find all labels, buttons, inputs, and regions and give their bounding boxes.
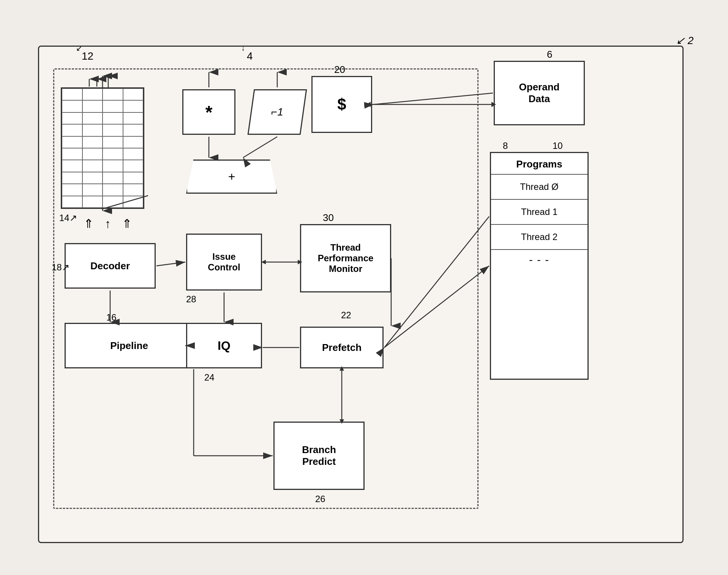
reg-cell <box>62 184 82 196</box>
register-grid <box>61 87 144 209</box>
label-16: 16 <box>106 312 117 323</box>
multiply-box: * <box>182 89 235 135</box>
reg-cell <box>103 172 123 184</box>
reg-cell <box>62 148 82 160</box>
reg-cell <box>62 100 82 112</box>
label-6: 6 <box>547 49 552 60</box>
label-12-line: ↙ <box>76 44 82 53</box>
diagram-container: ↙ 2 4 ↓ 12 ↙ <box>23 23 699 554</box>
reg-cell <box>123 196 144 208</box>
reg-cell <box>123 124 144 136</box>
reg-cell <box>62 136 82 148</box>
programs-outer-box: Programs Thread Ø Thread 1 Thread 2 - - … <box>490 152 589 380</box>
operand-data-box: Operand Data <box>494 61 585 125</box>
reg-cell <box>82 88 103 100</box>
reg-cell <box>62 88 82 100</box>
reg-cell <box>103 148 123 160</box>
reg-cell <box>82 148 103 160</box>
reg-cell <box>103 88 123 100</box>
thread-2-row: Thread 2 <box>491 225 587 250</box>
label-4-arrow: ↓ <box>241 44 245 52</box>
reg-cell <box>82 196 103 208</box>
label-26: 26 <box>315 494 325 504</box>
branch-predict-box: Branch Predict <box>273 422 365 490</box>
reg-cell <box>123 172 144 184</box>
triple-input-arrows: ⇑ ↑ ⇑ <box>84 216 136 231</box>
issue-control-box: Issue Control <box>186 234 262 291</box>
reg-cell <box>123 148 144 160</box>
reg-cell <box>82 100 103 112</box>
label-24: 24 <box>204 372 215 383</box>
reg-cell <box>103 100 123 112</box>
reg-cell <box>62 112 82 124</box>
label-4: 4 <box>247 50 253 62</box>
label-12: 12 <box>82 50 93 62</box>
iq-box: IQ <box>186 323 262 368</box>
reg-cell <box>82 172 103 184</box>
thread-0-row: Thread Ø <box>491 175 587 200</box>
reg-cell <box>82 124 103 136</box>
add-box: + <box>186 160 277 194</box>
reg-cell <box>62 172 82 184</box>
reg-cell <box>62 124 82 136</box>
label-30: 30 <box>323 212 334 224</box>
reg-cell <box>82 160 103 172</box>
reg-cell <box>123 112 144 124</box>
pipeline-box: Pipeline <box>65 323 194 368</box>
thread-1-row: Thread 1 <box>491 200 587 225</box>
reg-cell <box>103 136 123 148</box>
register-grid-inner <box>62 88 143 208</box>
label-28: 28 <box>186 294 196 305</box>
label-8: 8 <box>503 141 508 151</box>
label-22: 22 <box>341 310 351 321</box>
shift-box: ⌐1 <box>248 89 307 135</box>
reg-cell <box>82 184 103 196</box>
label-2: ↙ 2 <box>676 34 693 47</box>
label-14: 14↗ <box>59 213 77 223</box>
label-10: 10 <box>553 141 563 151</box>
reg-cell <box>62 196 82 208</box>
prefetch-box: Prefetch <box>300 327 384 368</box>
shift-label: ⌐1 <box>271 106 283 118</box>
label-20: 20 <box>334 64 345 76</box>
thread-dots: - - - <box>491 250 587 270</box>
label-18: 18↗ <box>52 262 69 273</box>
decoder-box: Decoder <box>65 243 156 289</box>
cache-box: $ <box>311 76 372 133</box>
reg-cell <box>103 124 123 136</box>
reg-cell <box>82 136 103 148</box>
reg-cell <box>123 88 144 100</box>
reg-cell <box>123 160 144 172</box>
reg-cell <box>103 160 123 172</box>
programs-title: Programs <box>491 153 587 175</box>
reg-cell <box>123 184 144 196</box>
reg-cell <box>103 112 123 124</box>
reg-cell <box>103 196 123 208</box>
reg-cell <box>82 112 103 124</box>
reg-cell <box>103 184 123 196</box>
reg-cell <box>123 100 144 112</box>
reg-cell <box>62 160 82 172</box>
tpm-box: Thread Performance Monitor <box>300 224 391 292</box>
reg-cell <box>123 136 144 148</box>
